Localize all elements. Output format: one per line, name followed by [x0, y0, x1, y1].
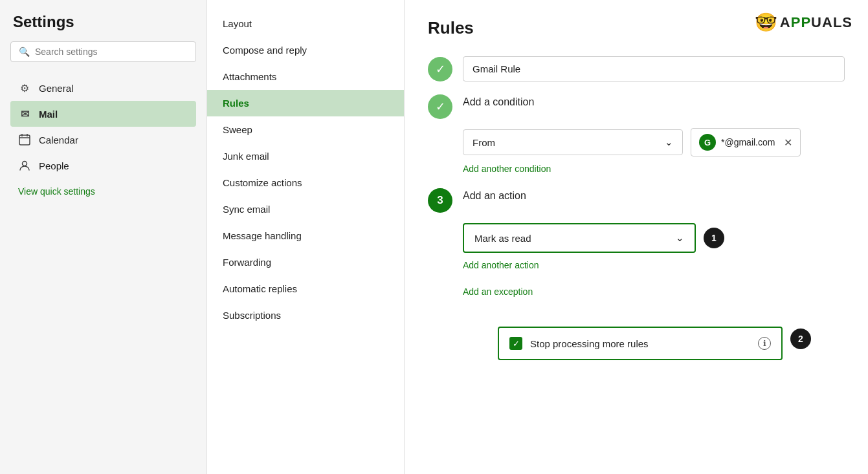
- svg-rect-0: [19, 135, 30, 145]
- appuals-logo: 🤓 APPUALS: [755, 12, 852, 33]
- people-icon: [18, 159, 31, 172]
- sidebar-title: Settings: [10, 13, 196, 31]
- rule-name-check-icon: ✓: [428, 57, 452, 81]
- stop-processing-checkbox[interactable]: ✓: [509, 337, 522, 350]
- condition-check-icon: ✓: [428, 94, 452, 119]
- condition-row: From ⌄ G *@gmail.com ✕: [463, 128, 845, 156]
- rule-name-row: ✓: [428, 56, 845, 81]
- add-condition-label: Add a condition: [463, 96, 534, 108]
- middle-item-compose-reply[interactable]: Compose and reply: [207, 37, 404, 63]
- middle-item-subscriptions[interactable]: Subscriptions: [207, 302, 404, 329]
- add-action-label: Add an action: [463, 190, 526, 202]
- sidebar-item-people[interactable]: People: [10, 153, 196, 178]
- action-chevron-icon: ⌄: [676, 232, 684, 244]
- middle-item-automatic-replies[interactable]: Automatic replies: [207, 275, 404, 302]
- chevron-down-icon: ⌄: [665, 136, 673, 148]
- add-condition-row: ✓ Add a condition: [428, 94, 845, 119]
- add-exception-section: Add an exception: [463, 286, 845, 311]
- sidebar-item-mail-label: Mail: [39, 109, 58, 120]
- sidebar-item-general-label: General: [39, 83, 73, 94]
- add-another-action-link[interactable]: Add another action: [463, 260, 539, 270]
- sidebar-item-calendar[interactable]: Calendar: [10, 127, 196, 153]
- calendar-icon: [18, 133, 31, 146]
- middle-panel: Layout Compose and reply Attachments Rul…: [207, 0, 405, 474]
- view-quick-settings-link[interactable]: View quick settings: [10, 181, 196, 202]
- middle-item-sync-email[interactable]: Sync email: [207, 196, 404, 222]
- add-another-condition-link[interactable]: Add another condition: [463, 164, 551, 174]
- sidebar-item-people-label: People: [39, 160, 69, 171]
- condition-block: From ⌄ G *@gmail.com ✕ Add another condi…: [463, 128, 845, 188]
- step-3-circle: 3: [428, 188, 452, 213]
- middle-item-layout[interactable]: Layout: [207, 10, 404, 37]
- add-another-action-section: Add another action: [463, 259, 845, 285]
- middle-item-sweep[interactable]: Sweep: [207, 116, 404, 143]
- sidebar: Settings 🔍 ⚙ General ✉ Mail Calendar: [0, 0, 207, 474]
- stop-processing-section: ✓ Stop processing more rules ℹ 2: [463, 318, 845, 360]
- add-exception-link[interactable]: Add an exception: [463, 286, 533, 297]
- svg-point-4: [23, 162, 27, 166]
- middle-item-rules[interactable]: Rules: [207, 90, 404, 116]
- middle-item-attachments[interactable]: Attachments: [207, 63, 404, 90]
- from-select[interactable]: From ⌄: [463, 129, 683, 155]
- appuals-mascot-icon: 🤓: [755, 12, 777, 33]
- middle-item-message-handling[interactable]: Message handling: [207, 222, 404, 249]
- badge-1: 1: [704, 228, 724, 248]
- sidebar-item-mail[interactable]: ✉ Mail: [10, 101, 196, 127]
- action-section-header: 3 Add an action: [428, 188, 845, 213]
- sidebar-item-general[interactable]: ⚙ General: [10, 75, 196, 101]
- gmail-email-value: *@gmail.com: [721, 137, 775, 147]
- middle-item-forwarding[interactable]: Forwarding: [207, 249, 404, 275]
- badge-2: 2: [790, 329, 811, 349]
- action-select-row: Mark as read ⌄ 1: [463, 223, 845, 253]
- gear-icon: ⚙: [18, 81, 31, 94]
- action-select-value: Mark as read: [474, 233, 531, 244]
- info-icon[interactable]: ℹ: [758, 337, 771, 350]
- appuals-brand-text: APPUALS: [780, 14, 852, 31]
- from-select-label: From: [473, 137, 495, 148]
- gmail-avatar: G: [699, 134, 716, 151]
- middle-item-customize-actions[interactable]: Customize actions: [207, 169, 404, 196]
- gmail-tag: G *@gmail.com ✕: [691, 128, 801, 156]
- stop-processing-row: ✓ Stop processing more rules ℹ: [498, 327, 783, 360]
- rule-name-input[interactable]: [463, 56, 845, 81]
- main-content: 🤓 APPUALS Rules ✓ ✓ Add a condition From…: [405, 0, 868, 474]
- sidebar-item-calendar-label: Calendar: [39, 135, 78, 145]
- remove-gmail-tag-button[interactable]: ✕: [784, 136, 792, 149]
- action-select[interactable]: Mark as read ⌄: [463, 223, 696, 253]
- middle-item-junk-email[interactable]: Junk email: [207, 143, 404, 169]
- search-box[interactable]: 🔍: [10, 41, 196, 62]
- mail-icon: ✉: [18, 107, 31, 120]
- stop-processing-label: Stop processing more rules: [530, 338, 750, 349]
- search-input[interactable]: [35, 47, 188, 57]
- search-icon: 🔍: [19, 47, 30, 57]
